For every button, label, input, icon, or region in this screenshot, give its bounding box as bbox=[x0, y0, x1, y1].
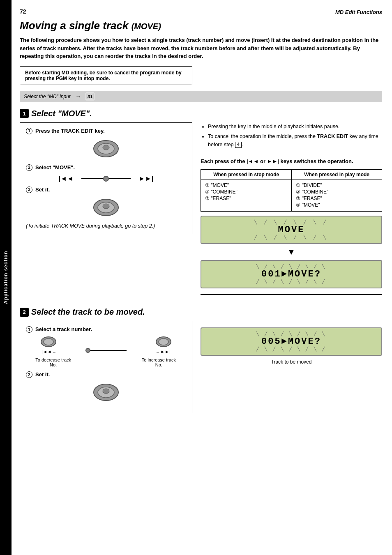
svg-point-12 bbox=[103, 389, 109, 394]
two-col-step2: 1 Select a track number. |◄◄ – bbox=[20, 321, 382, 420]
sidebar-label: Application section bbox=[3, 251, 9, 304]
dashed-line bbox=[201, 153, 382, 153]
slider-line bbox=[81, 178, 131, 179]
knob-svg-1 bbox=[92, 138, 120, 159]
lcd-wrapper-1: ╲ ╱ ╲ ╱ ╲ ╱ ╲ ╱ MOVE ╱ ╲ ╱ ╲ ╱ ╲ ╱ ╲ bbox=[201, 216, 382, 244]
modes-table: When pressed in stop mode When pressed i… bbox=[201, 169, 382, 212]
icon-knob-2 bbox=[26, 197, 186, 219]
mode-list-item: ② "COMBINE" bbox=[205, 189, 287, 195]
mode-list-item: ③ "ERASE" bbox=[296, 196, 378, 201]
sub-step-2-2: 2 Set it. bbox=[26, 371, 186, 378]
intro-text: The following procedure shows you how to… bbox=[20, 36, 382, 60]
step2-circle: 2 bbox=[20, 308, 29, 317]
right-col-step1: Pressing the key in the middle of playba… bbox=[201, 122, 382, 301]
svg-point-9 bbox=[159, 339, 168, 345]
select-md-bar: Select the "MD" input → 31 bbox=[20, 91, 382, 102]
sub-step-2-1: 1 Select a track number. bbox=[26, 326, 186, 333]
svg-point-7 bbox=[44, 339, 53, 345]
step1-circle: 1 bbox=[20, 109, 29, 118]
slider-dot bbox=[103, 176, 109, 182]
arrow-down-1: ▼ bbox=[201, 247, 382, 257]
left-col-step1: 1 Press the TRACK EDIT key. 2 bbox=[20, 122, 192, 301]
keys-note: Each press of the |◄◄ or ►►| keys switch… bbox=[201, 157, 382, 166]
section-title: Moving a single track (MOVE) bbox=[20, 19, 382, 32]
bullet-list: Pressing the key in the middle of playba… bbox=[201, 122, 382, 149]
notice-box: Before starting MD editing, be sure to c… bbox=[20, 66, 192, 85]
col2-header: When pressed in play mode bbox=[292, 170, 382, 180]
svg-point-5 bbox=[103, 204, 109, 209]
prev-icon: |◄◄ bbox=[59, 175, 74, 182]
icon-knob-3 bbox=[26, 382, 186, 404]
page-title-right: MD Edit Functions bbox=[20, 9, 382, 15]
col1-header: When pressed in stop mode bbox=[201, 170, 292, 180]
col1-items: ① "MOVE" ② "COMBINE" ③ "ERASE" bbox=[201, 180, 292, 212]
mode-list-item: ④ "MOVE" bbox=[296, 202, 378, 208]
mode-list-item: ③ "ERASE" bbox=[205, 196, 287, 201]
lcd-wrapper-2: ╲ ╱ ╲ ╱ ╲ ╱ ╲ ╱ ╲ 001►MOVE? ╱ ╲ ╱ ╲ ╱ ╲ … bbox=[201, 260, 382, 288]
next-icon: ►►| bbox=[138, 175, 153, 182]
step1-heading: 1 Select "MOVE". bbox=[20, 109, 382, 118]
knob-svg-2 bbox=[92, 197, 120, 218]
procedure-box-step1: 1 Press the TRACK EDIT key. 2 bbox=[20, 122, 192, 234]
mode-list-item: ① "DIVIDE" bbox=[296, 182, 378, 188]
lcd-display-3: ╲ ╱ ╲ ╱ ╲ ╱ ╲ ╱ ╲ 005►MOVE? ╱ ╲ ╱ ╲ ╱ ╲ … bbox=[201, 327, 382, 356]
main-content: 72 MD Edit Functions Moving a single tra… bbox=[12, 0, 392, 555]
increase-label: To increase track No. bbox=[140, 357, 177, 367]
lcd-display-1: ╲ ╱ ╲ ╱ ╲ ╱ ╲ ╱ MOVE ╱ ╲ ╱ ╲ ╱ ╲ ╱ ╲ bbox=[201, 216, 382, 244]
two-col-step1: 1 Press the TRACK EDIT key. 2 bbox=[20, 122, 382, 301]
sub-icon-right: – ►►| bbox=[155, 336, 172, 354]
sub-icon-left: |◄◄ – bbox=[40, 336, 57, 354]
knob-svg-3 bbox=[92, 382, 120, 403]
icon-knob-1 bbox=[26, 138, 186, 160]
bullet-item-1: To cancel the operation in the middle, p… bbox=[208, 132, 382, 149]
procedure-box-step2: 1 Select a track number. |◄◄ – bbox=[20, 321, 192, 413]
sub-icons-row: |◄◄ – – ►►| bbox=[26, 336, 186, 354]
left-col-step2: 1 Select a track number. |◄◄ – bbox=[20, 321, 192, 420]
page-wrapper: Application section 72 MD Edit Functions… bbox=[0, 0, 392, 555]
sub-step-1-3: 3 Set it. bbox=[26, 187, 186, 193]
sidebar: Application section bbox=[0, 0, 12, 555]
bullet-item-0: Pressing the key in the middle of playba… bbox=[208, 122, 382, 131]
sub-step-1-2: 2 Select "MOVE". bbox=[26, 164, 186, 171]
sub-step-1-1: 1 Press the TRACK EDIT key. bbox=[26, 128, 186, 134]
italic-note-step1: (To initiate TRACK MOVE during playback,… bbox=[26, 223, 186, 229]
decrease-label: To decrease track No. bbox=[35, 357, 72, 367]
separator bbox=[201, 294, 382, 295]
transport-icons: |◄◄ – – ►►| bbox=[26, 175, 186, 182]
right-col-step2: ╲ ╱ ╲ ╱ ╲ ╱ ╲ ╱ ╲ 005►MOVE? ╱ ╲ ╱ ╲ ╱ ╲ … bbox=[201, 321, 382, 420]
track-label: Track to be moved bbox=[201, 359, 382, 365]
col2-items: ① "DIVIDE" ② "COMBINE" ③ "ERASE" ④ "MOVE… bbox=[292, 180, 382, 212]
mode-list-item: ② "COMBINE" bbox=[296, 189, 378, 195]
lcd-wrapper-3: ╲ ╱ ╲ ╱ ╲ ╱ ╲ ╱ ╲ 005►MOVE? ╱ ╲ ╱ ╲ ╱ ╲ … bbox=[201, 327, 382, 356]
lcd-display-2: ╲ ╱ ╲ ╱ ╲ ╱ ╲ ╱ ╲ 001►MOVE? ╱ ╲ ╱ ╲ ╱ ╲ … bbox=[201, 260, 382, 288]
step2-heading: 2 Select the track to be moved. bbox=[20, 307, 382, 317]
svg-point-2 bbox=[103, 145, 109, 150]
mode-list-item: ① "MOVE" bbox=[205, 182, 287, 188]
